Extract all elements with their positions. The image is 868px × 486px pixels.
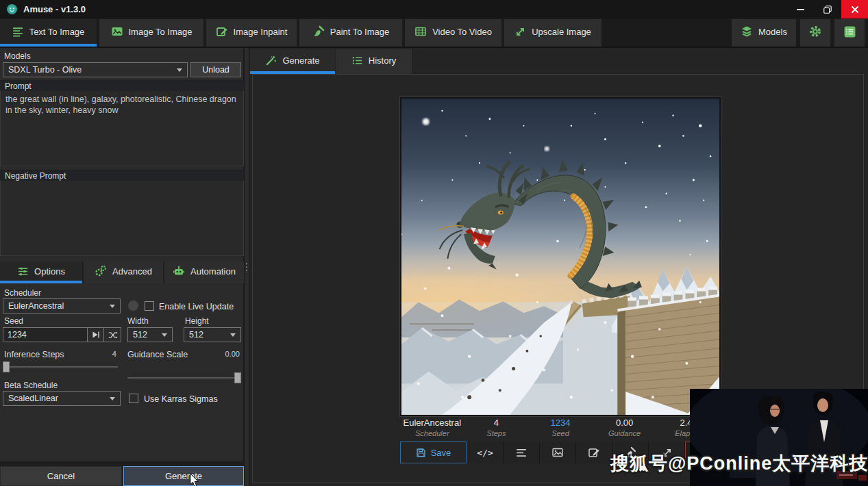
restore-button[interactable] [814,0,841,18]
tab-text-to-image[interactable]: Text To Image [0,19,97,47]
tab-label: Text To Image [29,27,85,37]
slider-thumb[interactable] [3,361,10,372]
unload-button[interactable]: Unload [190,62,241,77]
generated-image[interactable] [400,97,721,416]
generation-status-row: EulerAncestral Scheduler 4 Steps 1234 Se… [400,418,721,437]
tab-label: Options [34,266,65,277]
slider-track [3,366,118,368]
chevron-down-icon [162,333,167,337]
inference-steps-row: Inference Steps 4 [4,350,118,359]
shuffle-icon [108,330,118,340]
scheduler-select[interactable]: EulerAncestral [3,298,121,314]
width-label: Width [127,316,149,326]
close-icon [851,5,859,14]
chevron-down-icon [177,68,182,72]
beta-schedule-label: Beta Schedule [4,381,58,390]
use-karras-sigmas-checkbox[interactable] [129,394,138,403]
tab-generate[interactable]: Generate [250,49,335,74]
close-button[interactable] [841,0,868,18]
models-label: Models [758,27,787,37]
tab-image-inpaint[interactable]: Image Inpaint [206,19,297,47]
layers-icon [741,25,753,38]
models-button[interactable]: Models [732,19,796,47]
sliders-icon [17,266,29,277]
copy-code-button[interactable]: </> [467,442,503,463]
guidance-scale-value: 0.00 [225,350,240,359]
titlebar: Amuse - v1.3.0 [0,0,868,18]
status-steps: 4 Steps [464,418,529,437]
model-select[interactable]: SDXL Turbo - Olive [3,62,188,77]
picture-icon [111,25,123,38]
reuse-seed-button[interactable] [88,327,104,342]
seed-input[interactable] [3,327,88,342]
enable-live-update-checkbox[interactable] [145,301,154,311]
status-seed: 1234 Seed [528,418,593,437]
panel-splitter[interactable] [244,48,249,486]
tab-paint-to-image[interactable]: Paint To Image [299,19,402,47]
queue-button[interactable] [834,19,865,47]
tab-advanced[interactable]: Advanced [84,261,163,283]
height-value: 512 [189,330,203,340]
model-select-value: SDXL Turbo - Olive [8,65,82,75]
tab-automation[interactable]: Automation [164,261,244,283]
slider-thumb[interactable] [234,372,241,383]
prompt-input[interactable]: the great wall (in line), galaxy, photor… [0,91,244,166]
width-select[interactable]: 512 [127,327,173,342]
robot-icon [173,265,185,277]
tab-label: Paint To Image [330,27,389,37]
generate-button[interactable]: Generate [123,466,244,486]
save-label: Save [431,448,451,458]
wand-icon [265,55,277,66]
tab-history[interactable]: History [336,49,412,74]
tab-label: Automation [190,266,236,277]
code-icon: </> [477,448,493,458]
save-button[interactable]: Save [400,442,467,463]
negative-prompt-input[interactable] [0,181,244,256]
inference-steps-value: 4 [112,350,118,359]
width-value: 512 [133,330,147,340]
scheduler-label: Scheduler [4,288,41,298]
slider-track [127,377,241,379]
tab-image-to-image[interactable]: Image To Image [99,19,203,47]
expand-arrow-icon [514,26,526,38]
mouse-cursor [189,474,199,486]
edit-square-icon [216,25,228,38]
beta-schedule-select[interactable]: ScaledLinear [3,391,121,406]
history-list-icon [351,55,363,66]
watermark-text: 搜狐号@PConline太平洋科技 [610,451,868,476]
enable-live-update-label: Enable Live Update [159,302,234,311]
send-to-image-button[interactable] [540,442,575,463]
status-scheduler: EulerAncestral Scheduler [400,418,464,437]
guidance-scale-slider[interactable] [127,372,241,383]
status-value: EulerAncestral [400,418,464,428]
random-seed-button[interactable] [104,327,121,342]
settings-button[interactable] [800,19,830,47]
tab-video-to-video[interactable]: Video To Video [405,19,501,47]
text-lines-icon [516,447,528,459]
seed-label: Seed [4,316,23,326]
send-to-inpaint-button[interactable] [576,442,612,463]
action-buttons: Cancel Generate [0,466,244,486]
cancel-button[interactable]: Cancel [0,466,122,486]
tab-label: Image To Image [129,27,193,37]
dragon-great-wall-illustration [401,99,719,415]
minimize-icon [797,9,804,10]
edit-square-icon [588,446,600,459]
tab-options[interactable]: Options [0,261,82,283]
save-icon [416,448,426,458]
app-logo-icon [6,3,18,15]
inference-steps-slider[interactable] [3,361,118,372]
minimize-button[interactable] [786,0,814,18]
tab-label: Advanced [112,266,152,277]
tab-upscale-image[interactable]: Upscale Image [504,19,602,47]
text-lines-icon [12,26,24,38]
chevron-down-icon [110,305,115,308]
height-select[interactable]: 512 [184,327,241,342]
prompt-label: Prompt [0,80,244,91]
film-grid-icon [414,25,427,38]
result-tab-bar: Generate History [250,49,412,74]
send-to-text-button[interactable] [504,442,539,463]
negative-prompt-label: Negative Prompt [0,170,244,181]
live-update-indicator[interactable] [127,300,139,311]
status-label: Seed [528,429,593,437]
